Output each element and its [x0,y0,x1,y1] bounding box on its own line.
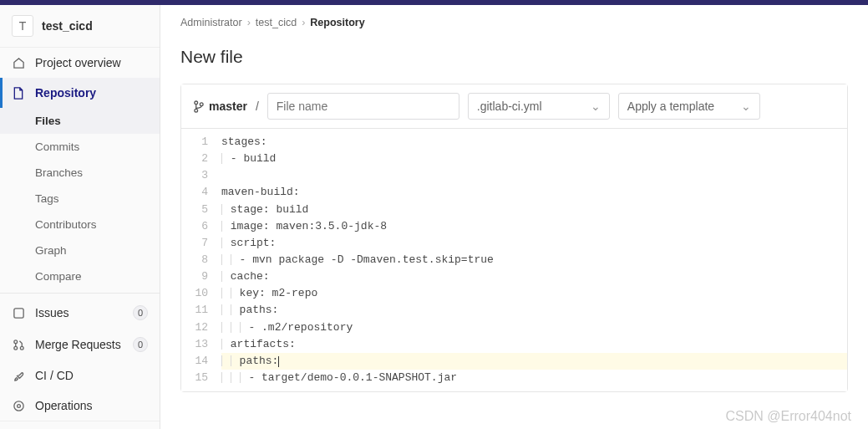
svg-point-7 [195,109,198,112]
home-icon [12,57,25,69]
crumb-2[interactable]: Repository [310,17,364,28]
branch-icon [193,100,204,113]
nav-issues[interactable]: Issues 0 [0,297,160,329]
mr-count-badge: 0 [133,337,148,352]
svg-point-2 [13,346,17,350]
subnav-files[interactable]: Files [0,108,160,134]
chevron-down-icon: ⌄ [591,100,601,113]
nav-label: Issues [35,306,69,319]
file-type-select[interactable]: .gitlab-ci.yml ⌄ [468,93,610,120]
issues-count-badge: 0 [133,305,148,320]
file-toolbar: master / .gitlab-ci.yml ⌄ Apply a templa… [181,84,847,129]
code-editor[interactable]: 123456789101112131415 stages: - build ma… [181,129,847,391]
chevron-right-icon: › [302,17,305,28]
select-value: .gitlab-ci.yml [477,100,542,113]
new-file-form: master / .gitlab-ci.yml ⌄ Apply a templa… [180,84,848,392]
watermark: CSDN @Error404not [725,409,851,424]
nav-operations[interactable]: Operations [0,391,160,421]
svg-point-8 [200,102,203,105]
repository-subnav: Files Commits Branches Tags Contributors… [0,108,160,289]
rocket-icon [12,370,25,382]
nav-ci-cd[interactable]: CI / CD [0,360,160,391]
project-avatar: T [12,15,33,37]
project-name: test_cicd [42,19,93,33]
crumb-0[interactable]: Administrator [180,17,242,28]
svg-rect-0 [13,308,23,317]
editor-code[interactable]: stages: - build maven-build: stage: buil… [215,129,847,391]
select-placeholder: Apply a template [627,100,714,113]
template-select[interactable]: Apply a template ⌄ [618,93,760,120]
nav-divider [0,293,160,294]
chevron-right-icon: › [247,17,251,28]
project-sidebar: T test_cicd Project overview Repository … [0,5,160,429]
path-separator: / [256,100,259,113]
merge-request-icon [12,339,25,351]
subnav-commits[interactable]: Commits [0,134,160,160]
crumb-1[interactable]: test_cicd [256,17,297,28]
editor-gutter: 123456789101112131415 [181,129,215,391]
svg-point-3 [20,346,23,350]
svg-point-4 [13,401,23,410]
nav-label: Project overview [35,56,121,69]
nav-label: Merge Requests [35,338,121,351]
subnav-contributors[interactable]: Contributors [0,212,160,237]
breadcrumb: Administrator › test_cicd › Repository [180,17,848,28]
svg-point-1 [13,340,17,343]
nav-label: Repository [35,86,96,100]
main-content: Administrator › test_cicd › Repository N… [160,5,868,429]
operations-icon [12,400,25,412]
nav-label: CI / CD [35,369,74,382]
subnav-graph[interactable]: Graph [0,237,160,263]
nav-merge-requests[interactable]: Merge Requests 0 [0,329,160,360]
chevron-down-icon: ⌄ [741,100,751,113]
subnav-tags[interactable]: Tags [0,186,160,212]
nav-repository[interactable]: Repository [0,78,160,108]
subnav-branches[interactable]: Branches [0,160,160,186]
page-title: New file [180,47,848,67]
branch-name: master [209,100,247,113]
svg-point-5 [17,404,20,407]
collapse-sidebar-button[interactable] [0,421,160,429]
nav-label: Operations [35,399,92,412]
subnav-compare[interactable]: Compare [0,263,160,289]
svg-point-6 [195,101,198,105]
file-name-input[interactable] [267,93,459,120]
issues-icon [12,307,25,319]
nav-project-overview[interactable]: Project overview [0,48,160,78]
branch-selector[interactable]: master [193,100,247,113]
file-icon [12,87,25,100]
project-header[interactable]: T test_cicd [0,5,160,48]
